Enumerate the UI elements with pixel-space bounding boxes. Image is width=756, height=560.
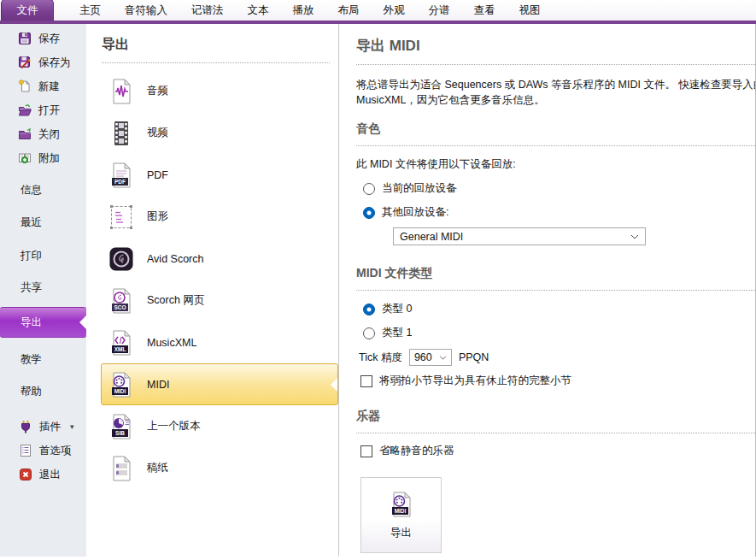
tab-review[interactable]: 查看 <box>462 0 507 21</box>
tab-play[interactable]: 播放 <box>281 0 326 21</box>
ribbon-tab-bar: 文件 主页 音符输入 记谱法 文本 播放 布局 外观 分谱 查看 视图 <box>0 0 756 24</box>
sidebar-item-label: 保存 <box>38 32 60 46</box>
export-item-label: 上一个版本 <box>147 419 201 433</box>
sidebar-item-close[interactable]: 关闭 <box>0 122 86 146</box>
graphics-icon <box>108 203 135 231</box>
tab-file[interactable]: 文件 <box>1 0 54 21</box>
svg-text:SIB: SIB <box>115 430 125 436</box>
export-item-label: Avid Scorch <box>147 253 203 265</box>
export-item-label: 视频 <box>147 126 168 140</box>
sidebar-item-teaching[interactable]: 教学 <box>0 343 86 375</box>
checkbox-icon[interactable] <box>360 375 372 387</box>
tab-notations[interactable]: 记谱法 <box>179 0 236 21</box>
sidebar-item-help[interactable]: 帮助 <box>0 375 86 408</box>
export-item-graphics[interactable]: 图形 <box>102 196 338 238</box>
export-item-video[interactable]: 视频 <box>102 112 338 154</box>
append-icon <box>18 151 32 165</box>
sidebar-item-label: 首选项 <box>39 444 72 458</box>
sidebar-item-label: 信息 <box>21 183 42 197</box>
scorch-web-icon: SCO <box>108 287 135 315</box>
sidebar-item-append[interactable]: 附加 <box>0 146 86 170</box>
pdf-file-icon: PDF <box>108 162 135 189</box>
sidebar-item-save-as[interactable]: 保存为 <box>0 50 86 74</box>
tab-text[interactable]: 文本 <box>236 0 281 21</box>
sidebar-item-open[interactable]: 打开 <box>0 98 86 122</box>
tab-appearance[interactable]: 外观 <box>372 0 417 21</box>
exit-icon <box>19 468 32 481</box>
export-item-label: 稿纸 <box>147 461 168 475</box>
section-heading-filetype: MIDI 文件类型 <box>356 266 755 291</box>
sidebar-item-label: 导出 <box>21 315 42 330</box>
sidebar-item-info[interactable]: 信息 <box>0 174 86 206</box>
radio-current-playback-device[interactable]: 当前的回放设备 <box>363 181 755 196</box>
checkbox-label: 省略静音的乐器 <box>379 444 454 458</box>
sidebar-item-save[interactable]: 保存 <box>0 27 86 50</box>
radio-icon[interactable] <box>363 183 375 195</box>
sidebar-item-plugins[interactable]: 插件 ▾ <box>0 415 86 439</box>
sidebar-item-export[interactable]: 导出 <box>0 307 86 338</box>
export-button-label: 导出 <box>390 526 412 540</box>
radio-midi-type-0[interactable]: 类型 0 <box>363 302 755 316</box>
tab-home[interactable]: 主页 <box>67 0 113 21</box>
export-item-label: MIDI <box>147 379 169 391</box>
radio-icon-selected[interactable] <box>363 207 375 219</box>
export-item-label: PDF <box>147 169 168 181</box>
musicxml-file-icon: XML <box>108 329 135 357</box>
manuscript-paper-icon <box>108 455 135 482</box>
sidebar-item-label: 关闭 <box>38 127 60 142</box>
checkbox-label: 将弱拍小节导出为具有休止符的完整小节 <box>379 374 571 388</box>
section-heading-sound: 音色 <box>356 121 755 146</box>
tab-note-input[interactable]: 音符输入 <box>113 0 179 21</box>
checkbox-icon[interactable] <box>360 445 372 457</box>
sidebar-item-recent[interactable]: 最近 <box>0 206 86 239</box>
midi-file-icon: MIDI <box>108 371 135 398</box>
sidebar-item-label: 插件 <box>39 420 61 434</box>
file-menu-sidebar: 保存 保存为 新建 打开 关闭 附加 信息 最近 打印 共享 导出 教学 <box>0 24 86 557</box>
export-type-list: 音频 视频 PDF PDF 图形 Avid Scorch SCO Scorch … <box>102 70 338 489</box>
sidebar-item-new[interactable]: 新建 <box>0 74 86 98</box>
select-value: General MIDI <box>400 231 463 243</box>
selected-arrow <box>331 378 337 392</box>
export-item-musicxml[interactable]: XML MusicXML <box>102 321 338 363</box>
export-item-pdf[interactable]: PDF PDF <box>102 154 338 196</box>
playback-device-select[interactable]: General MIDI <box>393 227 646 245</box>
close-folder-icon <box>18 127 32 141</box>
radio-other-playback-device[interactable]: 其他回放设备: <box>363 205 755 220</box>
tab-view[interactable]: 视图 <box>507 0 553 21</box>
video-file-icon <box>108 120 135 147</box>
checkbox-export-pickup-bars[interactable]: 将弱拍小节导出为具有休止符的完整小节 <box>360 374 755 388</box>
export-button[interactable]: MIDI 导出 <box>360 477 442 553</box>
new-document-icon <box>18 80 32 93</box>
page-title: 导出 MIDI <box>356 36 755 65</box>
sidebar-item-label: 帮助 <box>21 385 42 399</box>
sidebar-item-exit[interactable]: 退出 <box>0 463 86 486</box>
tick-resolution-unit: PPQN <box>459 351 489 363</box>
radio-icon-selected[interactable] <box>363 304 375 315</box>
tab-layout[interactable]: 布局 <box>326 0 372 21</box>
svg-text:MIDI: MIDI <box>114 388 126 394</box>
select-value: 960 <box>414 351 432 363</box>
export-item-previous-version[interactable]: SIB 上一个版本 <box>102 405 338 447</box>
tick-resolution-select[interactable]: 960 <box>409 349 452 366</box>
export-item-midi[interactable]: MIDI MIDI <box>101 363 338 405</box>
sidebar-item-label: 共享 <box>21 280 42 295</box>
sidebar-item-print[interactable]: 打印 <box>0 239 86 273</box>
tick-resolution-label: Tick 精度 <box>359 351 402 365</box>
export-midi-description: 将总谱导出为适合 Sequencers 或 DAWs 等音乐程序的 MIDI 文… <box>356 77 755 108</box>
tab-parts[interactable]: 分谱 <box>417 0 462 21</box>
section-heading-instruments: 乐器 <box>356 409 755 433</box>
sidebar-item-preferences[interactable]: 首选项 <box>0 439 86 463</box>
export-item-manuscript-paper[interactable]: 稿纸 <box>102 447 338 489</box>
radio-midi-type-1[interactable]: 类型 1 <box>363 326 755 340</box>
radio-icon[interactable] <box>363 327 375 339</box>
svg-text:XML: XML <box>114 346 126 352</box>
sidebar-item-share[interactable]: 共享 <box>0 273 86 302</box>
chevron-down-icon <box>630 234 639 239</box>
checkbox-omit-muted-instruments[interactable]: 省略静音的乐器 <box>360 444 755 458</box>
export-item-scorch-web[interactable]: SCO Scorch 网页 <box>102 280 338 321</box>
sidebar-item-label: 最近 <box>21 215 42 230</box>
audio-file-icon <box>108 78 135 105</box>
tick-resolution-row: Tick 精度 960 PPQN <box>359 349 755 366</box>
export-item-audio[interactable]: 音频 <box>102 70 338 112</box>
export-item-avid-scorch[interactable]: Avid Scorch <box>102 238 338 280</box>
